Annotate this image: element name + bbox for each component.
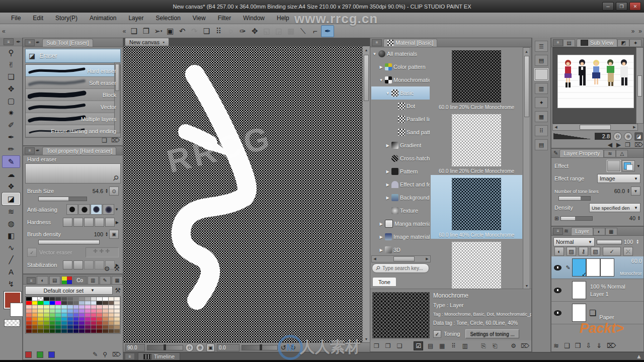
open-file-icon[interactable]: ❒ xyxy=(140,26,152,37)
pen-pressure-icon[interactable]: ⊙ xyxy=(109,187,119,196)
expand-right2-icon[interactable]: » xyxy=(636,28,644,35)
tab-item-bank[interactable]: ◩ xyxy=(617,39,629,46)
figure-tool[interactable]: ∿ xyxy=(3,242,20,253)
transparent-color-swatch[interactable] xyxy=(4,319,20,327)
color-swatch[interactable] xyxy=(55,321,61,325)
color-swatch[interactable] xyxy=(61,329,67,333)
move-layer-tool[interactable]: ✥ xyxy=(3,83,20,95)
color-swatch[interactable] xyxy=(44,329,49,333)
tree-item-sand-pattern[interactable]: Sand pattern xyxy=(371,126,430,139)
snap-grid-icon[interactable]: ✒ xyxy=(321,25,334,37)
color-swatch[interactable] xyxy=(67,321,73,325)
color-swatch[interactable] xyxy=(97,313,102,317)
tab-layer-comp[interactable]: ▦ xyxy=(605,228,617,235)
tree-expand-icon[interactable]: ▶ xyxy=(385,143,390,148)
collapse-left-icon[interactable]: « xyxy=(0,28,8,35)
color-swatch[interactable] xyxy=(109,325,114,329)
copy-subtool-icon[interactable]: ❑ xyxy=(102,137,107,144)
color-swatch[interactable] xyxy=(79,325,85,329)
subtool-group-eraser[interactable]: ◪ Eraser xyxy=(25,49,121,63)
color-swatch[interactable] xyxy=(32,325,38,329)
menu-item-selection[interactable]: Selection xyxy=(149,15,186,22)
toning-checkbox[interactable]: ✓ xyxy=(433,330,441,338)
expand-right-icon[interactable]: » xyxy=(629,28,637,35)
subtool-item-block[interactable]: Block xyxy=(26,89,120,101)
color-swatch[interactable] xyxy=(109,309,114,313)
color-swatch[interactable] xyxy=(61,297,67,301)
density-pressure-icon[interactable]: ▣ xyxy=(109,230,119,239)
color-swatch[interactable] xyxy=(114,321,120,325)
subview-menu-icon[interactable]: ≡ xyxy=(553,39,563,46)
color-swatch[interactable] xyxy=(55,297,61,301)
color-swatch[interactable] xyxy=(103,301,108,305)
tab-color-set-label[interactable]: Co xyxy=(73,276,87,284)
color-swatch[interactable] xyxy=(32,313,38,317)
subtool-menu-icon[interactable]: ≡ xyxy=(25,39,35,46)
color-swatch[interactable] xyxy=(38,301,43,305)
tree-expand-icon[interactable]: ▼ xyxy=(379,78,383,82)
tree-item-cross-hatching[interactable]: Cross-hatching xyxy=(371,152,430,165)
snap-dots-icon[interactable]: ⠿ xyxy=(212,26,224,37)
menu-item-storyp[interactable]: Story(P) xyxy=(49,15,84,22)
tree-item-basic[interactable]: ▼Basic xyxy=(371,86,430,100)
zoom-slider[interactable] xyxy=(147,345,183,350)
opacity-stepper[interactable]: ▲▼ xyxy=(636,239,639,244)
brush-size-stepper[interactable]: ▲▼ xyxy=(105,189,108,194)
tab-color-slider[interactable]: ▤ xyxy=(49,276,60,284)
color-swatch[interactable] xyxy=(73,305,79,309)
delete-color-icon[interactable]: ⌦ xyxy=(112,351,121,358)
color-swatch[interactable] xyxy=(44,317,49,321)
color-swatch[interactable] xyxy=(44,301,49,305)
small-grid-view-icon[interactable]: ⠿ xyxy=(449,342,458,350)
timeline-menu-icon[interactable]: ≡ xyxy=(125,353,135,360)
color-swatch[interactable] xyxy=(103,325,108,329)
color-swatch[interactable] xyxy=(55,329,61,333)
color-swatch[interactable] xyxy=(109,329,114,333)
material-item[interactable] xyxy=(431,239,522,289)
tone-lines-stepper[interactable]: ▲▼ xyxy=(627,189,630,194)
airbrush-tool[interactable]: ☁ xyxy=(3,168,20,180)
color-swatch[interactable] xyxy=(61,301,67,305)
color-swatch[interactable] xyxy=(79,309,85,313)
brush-size-slider[interactable] xyxy=(38,197,87,201)
color-swatch[interactable] xyxy=(38,325,43,329)
color-swatch[interactable] xyxy=(103,305,108,309)
color-swatch[interactable] xyxy=(44,325,49,329)
color-swatch[interactable] xyxy=(79,329,85,333)
scroll-right-icon[interactable]: ▶ xyxy=(424,256,430,262)
color-swatch[interactable] xyxy=(97,301,102,305)
checkbox-view-icon[interactable]: ☑ xyxy=(414,341,423,350)
magnifier-icon[interactable]: ⚲ xyxy=(111,173,121,183)
color-preset-dropdown[interactable]: Default color set ▼ xyxy=(25,286,113,295)
opacity-value[interactable]: 100 xyxy=(624,239,633,245)
effect-dropdown-icon[interactable]: ▼ xyxy=(636,164,640,168)
hardness-2[interactable] xyxy=(73,218,83,227)
tone-lines-value[interactable]: 60.0 xyxy=(614,188,625,194)
canvas-tab[interactable]: New canvas ● xyxy=(125,38,169,46)
opacity-slider[interactable] xyxy=(597,240,622,244)
color-swatch[interactable] xyxy=(26,325,32,329)
layer-row-paper[interactable]: ❏Paper xyxy=(551,302,643,324)
dock-menu-icon[interactable]: ☰ xyxy=(535,41,548,52)
color-swatch[interactable] xyxy=(67,313,73,317)
color-swatch[interactable] xyxy=(79,317,85,321)
new-folder-icon[interactable]: ❒ xyxy=(575,342,581,349)
tree-item-background[interactable]: ▶Background xyxy=(371,191,430,204)
color-swatch[interactable] xyxy=(91,297,97,301)
color-swatch[interactable] xyxy=(97,297,102,301)
color-swatch[interactable] xyxy=(32,301,38,305)
scroll-up-icon[interactable]: ▲ xyxy=(524,48,530,54)
aa-dropdown-icon[interactable]: ▼ xyxy=(115,207,119,212)
brush-tool[interactable]: ✎ xyxy=(2,155,20,168)
background-color-swatch[interactable] xyxy=(10,303,24,317)
color-swatch[interactable] xyxy=(79,297,85,301)
tree-item-color-pattern[interactable]: ▶Color pattern xyxy=(371,60,430,73)
tab-tone-settings[interactable]: ≋ xyxy=(604,150,616,157)
rotation-value[interactable]: 0.0 xyxy=(217,344,239,351)
save-icon[interactable]: ➢▾ xyxy=(152,26,164,37)
color-swatch[interactable] xyxy=(73,329,79,333)
hardness-1[interactable] xyxy=(63,218,72,227)
color-swatch[interactable] xyxy=(109,305,114,309)
color-swatch[interactable] xyxy=(50,301,55,305)
color-swatch[interactable] xyxy=(44,313,49,317)
